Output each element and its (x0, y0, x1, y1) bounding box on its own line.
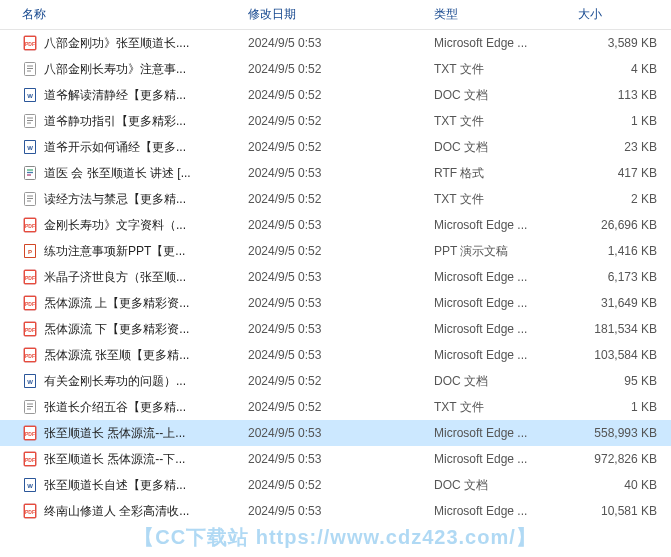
file-date-cell: 2024/9/5 0:53 (240, 322, 426, 336)
file-type-cell: TXT 文件 (426, 191, 578, 208)
file-row[interactable]: 道医 会 张至顺道长 讲述 [...2024/9/5 0:53RTF 格式417… (0, 160, 671, 186)
file-name-cell[interactable]: 读经方法与禁忌【更多精... (0, 191, 240, 208)
file-type-cell: TXT 文件 (426, 61, 578, 78)
pdf-file-icon: PDF (22, 451, 38, 467)
file-size-cell: 4 KB (578, 62, 671, 76)
file-type-cell: Microsoft Edge ... (426, 426, 578, 440)
file-name-cell[interactable]: W张至顺道长自述【更多精... (0, 477, 240, 494)
file-name-cell[interactable]: W道爷解读清静经【更多精... (0, 87, 240, 104)
file-type-cell: DOC 文档 (426, 373, 578, 390)
file-name-label: 张至顺道长 炁体源流--下... (44, 451, 185, 468)
file-date-cell: 2024/9/5 0:53 (240, 348, 426, 362)
file-row[interactable]: 张道长介绍五谷【更多精...2024/9/5 0:52TXT 文件1 KB (0, 394, 671, 420)
file-size-cell: 95 KB (578, 374, 671, 388)
file-row[interactable]: W道爷开示如何诵经【更多...2024/9/5 0:52DOC 文档23 KB (0, 134, 671, 160)
file-name-cell[interactable]: PDF金刚长寿功》文字资料（... (0, 217, 240, 234)
file-row[interactable]: PDF米晶子济世良方（张至顺...2024/9/5 0:53Microsoft … (0, 264, 671, 290)
file-type-cell: Microsoft Edge ... (426, 322, 578, 336)
file-row[interactable]: PDF炁体源流 下【更多精彩资...2024/9/5 0:53Microsoft… (0, 316, 671, 342)
file-name-cell[interactable]: PDF八部金刚功》张至顺道长.... (0, 35, 240, 52)
file-type-cell: PPT 演示文稿 (426, 243, 578, 260)
file-name-label: 道爷静功指引【更多精彩... (44, 113, 186, 130)
file-name-cell[interactable]: 张道长介绍五谷【更多精... (0, 399, 240, 416)
ppt-file-icon: P (22, 243, 38, 259)
file-row[interactable]: W道爷解读清静经【更多精...2024/9/5 0:52DOC 文档113 KB (0, 82, 671, 108)
file-name-cell[interactable]: PDF炁体源流 下【更多精彩资... (0, 321, 240, 338)
file-name-cell[interactable]: PDF张至顺道长 炁体源流--上... (0, 425, 240, 442)
file-name-label: 张至顺道长 炁体源流--上... (44, 425, 185, 442)
file-row[interactable]: PDF炁体源流 张至顺【更多精...2024/9/5 0:53Microsoft… (0, 342, 671, 368)
file-row[interactable]: PDF张至顺道长 炁体源流--上...2024/9/5 0:53Microsof… (0, 420, 671, 446)
svg-text:PDF: PDF (25, 275, 35, 281)
svg-text:PDF: PDF (25, 457, 35, 463)
file-date-cell: 2024/9/5 0:53 (240, 270, 426, 284)
file-name-label: 读经方法与禁忌【更多精... (44, 191, 186, 208)
pdf-file-icon: PDF (22, 269, 38, 285)
file-list: PDF八部金刚功》张至顺道长....2024/9/5 0:53Microsoft… (0, 30, 671, 524)
file-name-cell[interactable]: 八部金刚长寿功》注意事... (0, 61, 240, 78)
file-name-cell[interactable]: PDF炁体源流 张至顺【更多精... (0, 347, 240, 364)
file-date-cell: 2024/9/5 0:52 (240, 478, 426, 492)
file-name-label: 八部金刚长寿功》注意事... (44, 61, 186, 78)
svg-text:PDF: PDF (25, 509, 35, 515)
file-name-cell[interactable]: PDF张至顺道长 炁体源流--下... (0, 451, 240, 468)
file-name-cell[interactable]: 道爷静功指引【更多精彩... (0, 113, 240, 130)
svg-text:PDF: PDF (25, 223, 35, 229)
file-date-cell: 2024/9/5 0:52 (240, 114, 426, 128)
file-name-cell[interactable]: P练功注意事项新PPT【更... (0, 243, 240, 260)
file-date-cell: 2024/9/5 0:53 (240, 296, 426, 310)
file-name-label: 道爷解读清静经【更多精... (44, 87, 186, 104)
file-name-label: 道医 会 张至顺道长 讲述 [... (44, 165, 191, 182)
file-row[interactable]: PDF张至顺道长 炁体源流--下...2024/9/5 0:53Microsof… (0, 446, 671, 472)
file-size-cell: 113 KB (578, 88, 671, 102)
file-row[interactable]: PDF八部金刚功》张至顺道长....2024/9/5 0:53Microsoft… (0, 30, 671, 56)
file-row[interactable]: 读经方法与禁忌【更多精...2024/9/5 0:52TXT 文件2 KB (0, 186, 671, 212)
file-row[interactable]: P练功注意事项新PPT【更...2024/9/5 0:52PPT 演示文稿1,4… (0, 238, 671, 264)
file-name-cell[interactable]: PDF终南山修道人 全彩高清收... (0, 503, 240, 520)
column-header-size[interactable]: 大小 (578, 0, 671, 29)
file-name-cell[interactable]: 道医 会 张至顺道长 讲述 [... (0, 165, 240, 182)
file-size-cell: 2 KB (578, 192, 671, 206)
column-header-type[interactable]: 类型 (426, 0, 578, 29)
file-name-cell[interactable]: PDF米晶子济世良方（张至顺... (0, 269, 240, 286)
doc-file-icon: W (22, 87, 38, 103)
svg-text:PDF: PDF (25, 41, 35, 47)
file-size-cell: 40 KB (578, 478, 671, 492)
file-type-cell: Microsoft Edge ... (426, 504, 578, 518)
svg-text:PDF: PDF (25, 327, 35, 333)
file-name-label: 炁体源流 下【更多精彩资... (44, 321, 189, 338)
file-date-cell: 2024/9/5 0:52 (240, 62, 426, 76)
file-size-cell: 1 KB (578, 114, 671, 128)
svg-text:W: W (27, 379, 33, 385)
txt-file-icon (22, 113, 38, 129)
txt-file-icon (22, 191, 38, 207)
pdf-file-icon: PDF (22, 503, 38, 519)
pdf-file-icon: PDF (22, 217, 38, 233)
file-date-cell: 2024/9/5 0:53 (240, 166, 426, 180)
file-type-cell: Microsoft Edge ... (426, 270, 578, 284)
column-header-date[interactable]: 修改日期 (240, 0, 426, 29)
svg-text:W: W (27, 93, 33, 99)
file-date-cell: 2024/9/5 0:52 (240, 192, 426, 206)
file-size-cell: 103,584 KB (578, 348, 671, 362)
txt-file-icon (22, 399, 38, 415)
file-name-label: 炁体源流 张至顺【更多精... (44, 347, 189, 364)
file-row[interactable]: 道爷静功指引【更多精彩...2024/9/5 0:52TXT 文件1 KB (0, 108, 671, 134)
file-row[interactable]: W有关金刚长寿功的问题）...2024/9/5 0:52DOC 文档95 KB (0, 368, 671, 394)
file-size-cell: 181,534 KB (578, 322, 671, 336)
column-header-name[interactable]: 名称 (0, 0, 240, 29)
file-size-cell: 6,173 KB (578, 270, 671, 284)
file-name-cell[interactable]: W道爷开示如何诵经【更多... (0, 139, 240, 156)
file-type-cell: DOC 文档 (426, 139, 578, 156)
file-row[interactable]: 八部金刚长寿功》注意事...2024/9/5 0:52TXT 文件4 KB (0, 56, 671, 82)
file-name-cell[interactable]: W有关金刚长寿功的问题）... (0, 373, 240, 390)
doc-file-icon: W (22, 373, 38, 389)
file-type-cell: RTF 格式 (426, 165, 578, 182)
file-row[interactable]: PDF炁体源流 上【更多精彩资...2024/9/5 0:53Microsoft… (0, 290, 671, 316)
file-date-cell: 2024/9/5 0:53 (240, 218, 426, 232)
file-row[interactable]: PDF终南山修道人 全彩高清收...2024/9/5 0:53Microsoft… (0, 498, 671, 524)
file-type-cell: DOC 文档 (426, 477, 578, 494)
file-name-cell[interactable]: PDF炁体源流 上【更多精彩资... (0, 295, 240, 312)
file-row[interactable]: PDF金刚长寿功》文字资料（...2024/9/5 0:53Microsoft … (0, 212, 671, 238)
file-row[interactable]: W张至顺道长自述【更多精...2024/9/5 0:52DOC 文档40 KB (0, 472, 671, 498)
